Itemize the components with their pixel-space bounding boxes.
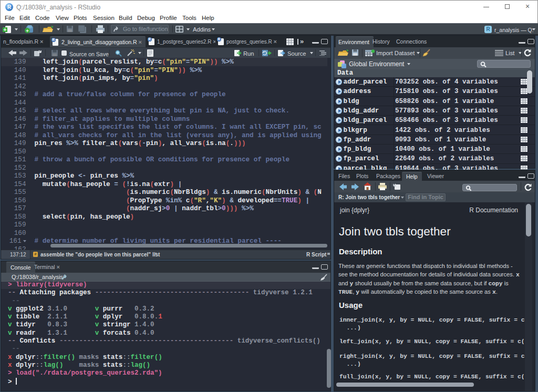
svg-text:+: +: [4, 27, 7, 33]
svg-text:+: +: [26, 28, 29, 34]
